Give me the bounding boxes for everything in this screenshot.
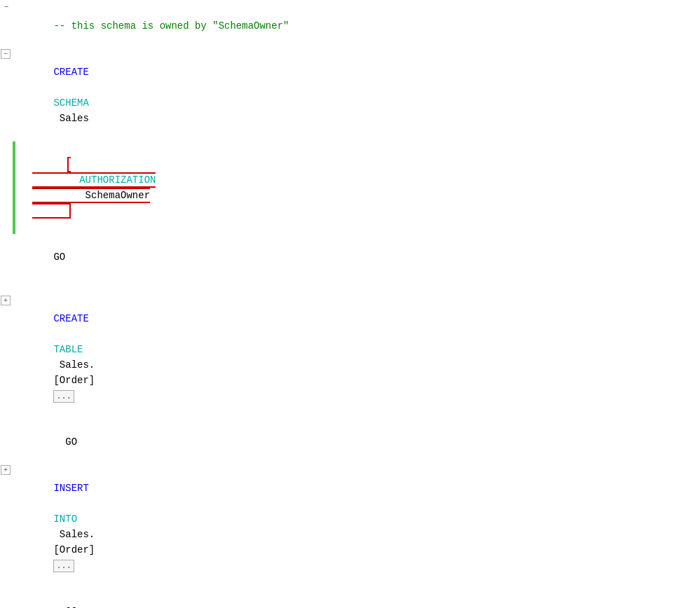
expand-insert[interactable]: ...: [53, 560, 74, 572]
gutter-6[interactable]: +: [0, 296, 13, 305]
kw-create2: CREATE: [53, 313, 88, 324]
kw-into: INTO: [53, 513, 77, 525]
gutter-8[interactable]: +: [0, 465, 13, 475]
kw-table: TABLE: [53, 344, 83, 355]
gutter-2[interactable]: −: [0, 49, 13, 59]
kw-schema: SCHEMA: [53, 97, 88, 109]
kw-insert: INSERT: [53, 483, 88, 494]
kw-authorization: AUTHORIZATION: [79, 174, 156, 186]
code-editor: − -- this schema is owned by "SchemaOwne…: [0, 0, 700, 608]
line-2: − CREATE SCHEMA Sales: [0, 49, 700, 141]
expand-table[interactable]: ...: [53, 390, 74, 403]
line-3-content: AUTHORIZATION SchemaOwner: [15, 141, 700, 234]
authorization-highlighted: AUTHORIZATION SchemaOwner: [32, 157, 156, 219]
line-3: AUTHORIZATION SchemaOwner: [0, 141, 700, 234]
line-9: GO: [0, 588, 700, 608]
collapse-btn-6[interactable]: +: [1, 296, 11, 305]
line-1: − -- this schema is owned by "SchemaOwne…: [0, 3, 700, 49]
kw-create: CREATE: [53, 67, 88, 78]
line-8-content: INSERT INTO Sales. [Order] ...: [13, 465, 700, 588]
line-7: GO: [0, 419, 700, 465]
line-9-content: GO: [13, 588, 700, 608]
line-4-content: GO: [13, 234, 700, 280]
line-2-content: CREATE SCHEMA Sales: [13, 49, 700, 141]
comment-text: -- this schema is owned by "SchemaOwner": [53, 20, 289, 32]
line-6-content: CREATE TABLE Sales. [Order] ...: [13, 296, 700, 419]
gutter-1: −: [0, 3, 13, 11]
line-4: GO: [0, 234, 700, 280]
line-blank-1: [0, 280, 700, 296]
line-8: + INSERT INTO Sales. [Order] ...: [0, 465, 700, 588]
collapse-btn-8[interactable]: +: [1, 465, 11, 475]
line-7-content: GO: [13, 419, 700, 465]
collapse-btn-2[interactable]: −: [1, 49, 11, 59]
line-6: + CREATE TABLE Sales. [Order] ...: [0, 296, 700, 419]
line-1-content: -- this schema is owned by "SchemaOwner": [13, 3, 700, 49]
